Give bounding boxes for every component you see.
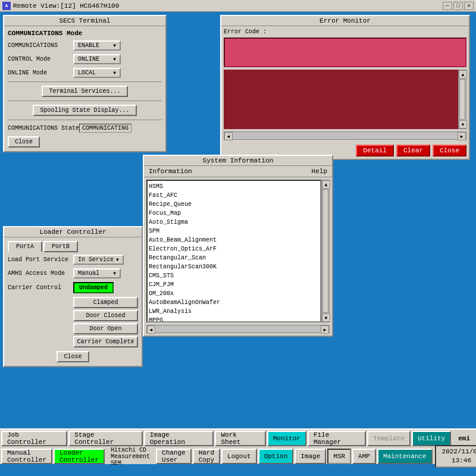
list-item: CMS_STS bbox=[149, 271, 319, 280]
clear-btn[interactable]: Clear bbox=[396, 145, 430, 156]
list-item: MPPG bbox=[149, 316, 319, 322]
carrier-control-row: Carrier Control Undamped bbox=[8, 282, 138, 293]
sysinfo-thumb[interactable] bbox=[322, 189, 328, 313]
error-content bbox=[224, 70, 458, 129]
sysinfo-vscroll[interactable]: ▲ ▼ bbox=[321, 180, 330, 322]
carrier-active-btn[interactable]: Undamped bbox=[73, 282, 114, 293]
scroll-thumb[interactable] bbox=[459, 79, 465, 120]
comm-dropdown[interactable]: ENABLE ▼ bbox=[73, 40, 121, 51]
loader-controller-taskbar-btn[interactable]: Loader Controller bbox=[54, 449, 105, 464]
amhs-label: AMHS Access Mode bbox=[8, 270, 73, 277]
user-label: emi bbox=[453, 431, 475, 446]
load-port-arrow: ▼ bbox=[116, 257, 119, 262]
clamped-btn[interactable]: Clamped bbox=[73, 297, 138, 308]
logout-btn[interactable]: Logout bbox=[221, 449, 257, 464]
error-hscroll[interactable]: ◄ ► bbox=[224, 131, 466, 140]
error-vscroll[interactable]: ▲ ▼ bbox=[458, 70, 466, 129]
terminal-services-btn[interactable]: Terminal Services... bbox=[42, 86, 127, 97]
taskbar-row-1: Job Controller Stage Controller Image Op… bbox=[0, 430, 476, 447]
taskbar-row-2: Manual Controller Loader Controller Hita… bbox=[0, 447, 476, 465]
sysinfo-list[interactable]: HSMS Fast_AFC Recipe_Queue Focus_Map Aut… bbox=[146, 180, 321, 322]
change-user-btn[interactable]: Change User bbox=[156, 449, 192, 464]
sysinfo-hscroll-left[interactable]: ◄ bbox=[147, 325, 155, 334]
sysinfo-scroll-up[interactable]: ▲ bbox=[322, 180, 330, 189]
stage-controller-btn[interactable]: Stage Controller bbox=[68, 431, 142, 446]
list-item: Fast_AFC bbox=[149, 191, 319, 200]
spooling-state-btn[interactable]: Spooling State Display... bbox=[33, 105, 136, 116]
info-label[interactable]: Information bbox=[149, 168, 192, 175]
manual-controller-btn[interactable]: Manual Controller bbox=[1, 449, 52, 464]
load-port-dropdown[interactable]: In Service ▼ bbox=[73, 255, 124, 265]
file-manager-btn[interactable]: File Manager bbox=[308, 431, 366, 446]
sysinfo-menu-row: Information Help bbox=[144, 166, 332, 177]
loader-close-btn[interactable]: Close bbox=[57, 351, 89, 362]
utility-btn[interactable]: Utility bbox=[412, 431, 451, 446]
list-item: RectangularScan300K bbox=[149, 262, 319, 271]
control-dropdown[interactable]: ONLINE ▼ bbox=[73, 54, 121, 64]
comm-mode-title: COMMUNICATIONS Mode bbox=[8, 30, 162, 37]
tab-port-a[interactable]: PortA bbox=[8, 241, 42, 252]
maintenance-btn[interactable]: Maintenance bbox=[377, 449, 433, 464]
system-info-panel: System Information Information Help HSMS… bbox=[143, 155, 333, 337]
minimize-btn[interactable]: ─ bbox=[443, 2, 452, 10]
tab-row: PortA PortB bbox=[8, 241, 138, 252]
list-item: OM_200x bbox=[149, 289, 319, 298]
monitor-btn[interactable]: Monitor bbox=[267, 431, 306, 446]
close-btn[interactable]: ✕ bbox=[464, 2, 474, 10]
detail-btn[interactable]: Detail bbox=[356, 145, 394, 156]
comm-arrow: ▼ bbox=[113, 43, 116, 48]
time-display: 13:46 bbox=[440, 456, 476, 465]
amhs-arrow: ▼ bbox=[113, 271, 116, 276]
sysinfo-hscroll-right[interactable]: ► bbox=[321, 325, 329, 334]
maximize-btn[interactable]: □ bbox=[453, 2, 463, 10]
title-bar: A Remote View:[12] HCG467H100 ─ □ ✕ bbox=[0, 0, 476, 12]
image-btn[interactable]: Image bbox=[295, 449, 326, 464]
carrier-btns-container: Clamped Door Closed Door Open Carrier Co… bbox=[73, 297, 138, 347]
online-field-row: ONLINE Mode LOCAL ▼ bbox=[8, 68, 162, 78]
loader-controller-panel: Loader Controller PortA PortB Load Port … bbox=[3, 226, 143, 367]
hard-copy-btn[interactable]: Hard Copy bbox=[193, 449, 220, 464]
door-open-btn[interactable]: Door Open bbox=[73, 323, 138, 334]
carrier-complete-btn[interactable]: Carrier Complete bbox=[73, 336, 138, 347]
list-item: Auto_Stigma bbox=[149, 218, 319, 227]
error-scroll-container: ▲ ▼ bbox=[224, 70, 466, 129]
comm-field-row: COMMUNICATIONS ENABLE ▼ bbox=[8, 40, 162, 51]
loader-controller-header: Loader Controller bbox=[4, 227, 142, 237]
list-item: Focus_Map bbox=[149, 209, 319, 218]
title-bar-controls: ─ □ ✕ bbox=[443, 2, 474, 10]
job-controller-btn[interactable]: Job Controller bbox=[1, 431, 67, 446]
option-btn[interactable]: Option bbox=[258, 449, 294, 464]
error-close-btn[interactable]: Close bbox=[433, 145, 466, 156]
template-btn[interactable]: Template bbox=[367, 431, 411, 446]
error-code-row: Error Code : bbox=[221, 26, 469, 37]
image-operation-btn[interactable]: Image Operation bbox=[144, 431, 214, 446]
sysinfo-list-container: HSMS Fast_AFC Recipe_Queue Focus_Map Aut… bbox=[146, 180, 330, 322]
amp-btn[interactable]: AMP bbox=[352, 449, 376, 464]
error-pink-area bbox=[224, 37, 466, 67]
system-info-header: System Information bbox=[144, 156, 332, 166]
amhs-dropdown[interactable]: Manual ▼ bbox=[73, 268, 121, 278]
list-item: CJM_PJM bbox=[149, 280, 319, 289]
scroll-up-btn[interactable]: ▲ bbox=[459, 70, 467, 79]
help-label[interactable]: Help bbox=[312, 168, 327, 175]
sysinfo-scroll-down[interactable]: ▼ bbox=[322, 314, 330, 322]
comm-label: COMMUNICATIONS bbox=[8, 42, 73, 49]
msr-btn[interactable]: MSR bbox=[327, 449, 351, 464]
list-item: LWR_Analysis bbox=[149, 307, 319, 316]
work-sheet-btn[interactable]: Work Sheet bbox=[215, 431, 265, 446]
online-dropdown[interactable]: LOCAL ▼ bbox=[73, 68, 121, 78]
error-code-label: Error Code : bbox=[224, 29, 267, 35]
control-label: CONTROL Mode bbox=[8, 56, 73, 62]
date-display: 2022/11/07 bbox=[440, 447, 476, 456]
sysinfo-hscroll[interactable]: ◄ ► bbox=[146, 325, 330, 333]
hscroll-right-btn[interactable]: ► bbox=[458, 132, 466, 140]
door-closed-btn[interactable]: Door Closed bbox=[73, 310, 138, 321]
scroll-down-btn[interactable]: ▼ bbox=[459, 120, 467, 129]
secs-terminal-panel: SECS Terminal COMMUNICATIONS Mode COMMUN… bbox=[3, 15, 167, 152]
hscroll-left-btn[interactable]: ◄ bbox=[224, 132, 233, 140]
taskbar: Job Controller Stage Controller Image Op… bbox=[0, 428, 476, 464]
list-item: HSMS bbox=[149, 182, 319, 191]
tab-port-b[interactable]: PortB bbox=[43, 241, 78, 252]
online-label: ONLINE Mode bbox=[8, 70, 73, 76]
secs-close-btn[interactable]: Close bbox=[8, 136, 40, 148]
